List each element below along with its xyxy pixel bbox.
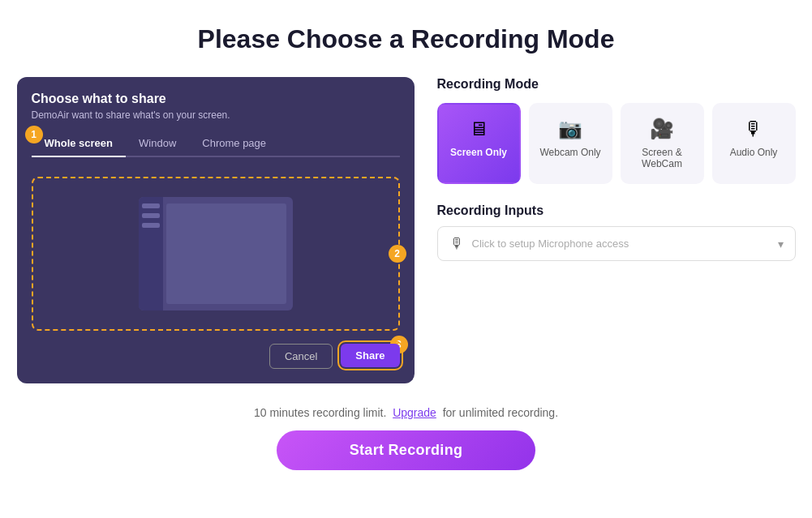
webcam-only-label: Webcam Only xyxy=(539,147,600,158)
limit-text-after: for unlimited recording. xyxy=(443,406,558,419)
screen-preview-mockup xyxy=(139,197,293,310)
audio-only-icon: 🎙 xyxy=(744,118,763,140)
recording-modes-list: 🖥 Screen Only 📷 Webcam Only 🎥 Screen & W… xyxy=(437,103,796,184)
tab-window[interactable]: Window xyxy=(126,132,189,156)
preview-sidebar xyxy=(139,197,163,310)
share-dialog-title: Choose what to share xyxy=(32,92,400,106)
right-panel: Recording Mode 🖥 Screen Only 📷 Webcam On… xyxy=(437,77,796,261)
step2-badge: 2 xyxy=(389,245,406,263)
screen-only-icon: 🖥 xyxy=(469,118,488,140)
screen-webcam-icon: 🎥 xyxy=(650,118,674,140)
mic-icon: 🎙 xyxy=(449,235,464,252)
recording-inputs-label: Recording Inputs xyxy=(437,203,796,218)
mode-card-screen-webcam[interactable]: 🎥 Screen & WebCam xyxy=(621,103,704,184)
limit-text-before: 10 minutes recording limit. xyxy=(254,406,386,419)
mode-card-audio-only[interactable]: 🎙 Audio Only xyxy=(712,103,796,184)
main-content: Choose what to share DemoAir want to sha… xyxy=(17,77,796,383)
share-button[interactable]: Share xyxy=(341,344,399,367)
screen-preview-area: 2 xyxy=(32,177,400,331)
mic-dropdown-text: Click to setup Microphone access xyxy=(472,238,770,250)
recording-mode-label: Recording Mode xyxy=(437,77,796,92)
page-title: Please Choose a Recording Mode xyxy=(198,24,615,54)
mode-card-screen-only[interactable]: 🖥 Screen Only xyxy=(437,103,521,184)
bottom-section: 10 minutes recording limit. Upgrade for … xyxy=(254,406,558,470)
sidebar-line-3 xyxy=(142,223,160,228)
screen-webcam-label: Screen & WebCam xyxy=(630,147,694,169)
share-dialog-subtitle: DemoAir want to share what's on your scr… xyxy=(32,109,400,121)
mode-card-webcam-only[interactable]: 📷 Webcam Only xyxy=(529,103,612,184)
tab-chrome-page[interactable]: Chrome page xyxy=(189,132,279,156)
chevron-down-icon: ▾ xyxy=(778,238,784,250)
tabs-row: Whole screen Window Chrome page xyxy=(32,132,400,157)
audio-only-label: Audio Only xyxy=(730,147,778,158)
sidebar-line-2 xyxy=(142,213,160,218)
upgrade-link[interactable]: Upgrade xyxy=(393,406,436,419)
cancel-button[interactable]: Cancel xyxy=(269,344,333,369)
webcam-only-icon: 📷 xyxy=(558,118,582,140)
tab-whole-screen[interactable]: Whole screen xyxy=(32,132,127,156)
sidebar-line-1 xyxy=(142,203,160,208)
share-dialog: Choose what to share DemoAir want to sha… xyxy=(17,77,415,383)
dialog-actions: Cancel 3 Share xyxy=(32,344,400,369)
limit-text: 10 minutes recording limit. Upgrade for … xyxy=(254,406,558,419)
start-recording-button[interactable]: Start Recording xyxy=(277,430,536,470)
preview-main-area xyxy=(166,203,286,304)
microphone-dropdown[interactable]: 🎙 Click to setup Microphone access ▾ xyxy=(437,226,796,261)
screen-only-label: Screen Only xyxy=(450,147,507,158)
